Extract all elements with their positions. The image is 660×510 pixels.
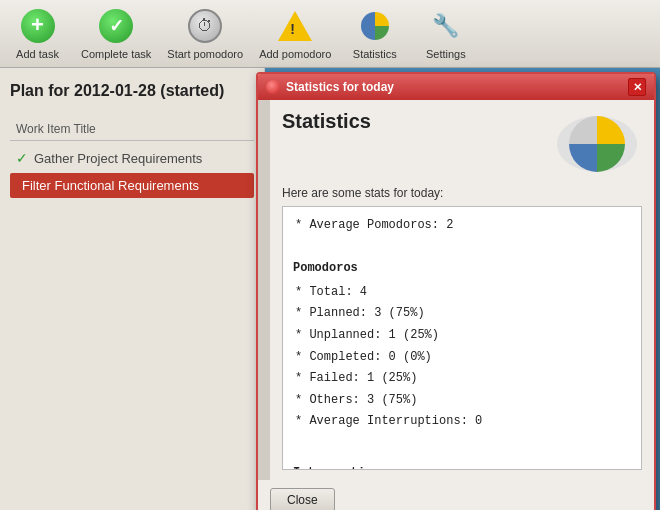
dialog-footer: Close (258, 480, 654, 510)
dialog-accent (258, 100, 270, 480)
stats-average-pomodoros: * Average Pomodoros: 2 (293, 215, 631, 237)
interruptions-section-title: Interruptions (293, 463, 631, 470)
stats-section-interruptions: Interruptions * Total: 0 (293, 463, 631, 470)
pomodoros-avg-interruptions: * Average Interruptions: 0 (293, 411, 631, 433)
modal-overlay: Statistics for today ✕ Statistics (0, 0, 660, 510)
stats-scroll-area[interactable]: * Average Pomodoros: 2 Pomodoros * Total… (282, 206, 642, 470)
pomodoros-planned: * Planned: 3 (75%) (293, 303, 631, 325)
pomodoros-failed: * Failed: 1 (25%) (293, 368, 631, 390)
dialog-pie-chart (552, 106, 642, 176)
pomodoros-total: * Total: 4 (293, 282, 631, 304)
dialog-title-text: Statistics for today (286, 80, 394, 94)
stats-section-pomodoros: Pomodoros * Total: 4 * Planned: 3 (75%) … (293, 258, 631, 433)
dialog-main: Statistics (270, 100, 654, 480)
stats-intro: Here are some stats for today: (282, 186, 642, 200)
dialog-header-area: Statistics (282, 110, 642, 176)
dialog-titlebar: Statistics for today ✕ (258, 74, 654, 100)
dialog-heading: Statistics (282, 110, 371, 133)
pomodoros-others: * Others: 3 (75%) (293, 390, 631, 412)
close-button[interactable]: Close (270, 488, 335, 510)
pomodoros-completed: * Completed: 0 (0%) (293, 347, 631, 369)
pomodoros-unplanned: * Unplanned: 1 (25%) (293, 325, 631, 347)
dialog-content: Statistics (258, 100, 654, 480)
statistics-dialog: Statistics for today ✕ Statistics (256, 72, 656, 510)
dialog-title-left: Statistics for today (266, 80, 394, 94)
dialog-close-button[interactable]: ✕ (628, 78, 646, 96)
dialog-title-icon (266, 80, 280, 94)
pomodoros-section-title: Pomodoros (293, 258, 631, 280)
